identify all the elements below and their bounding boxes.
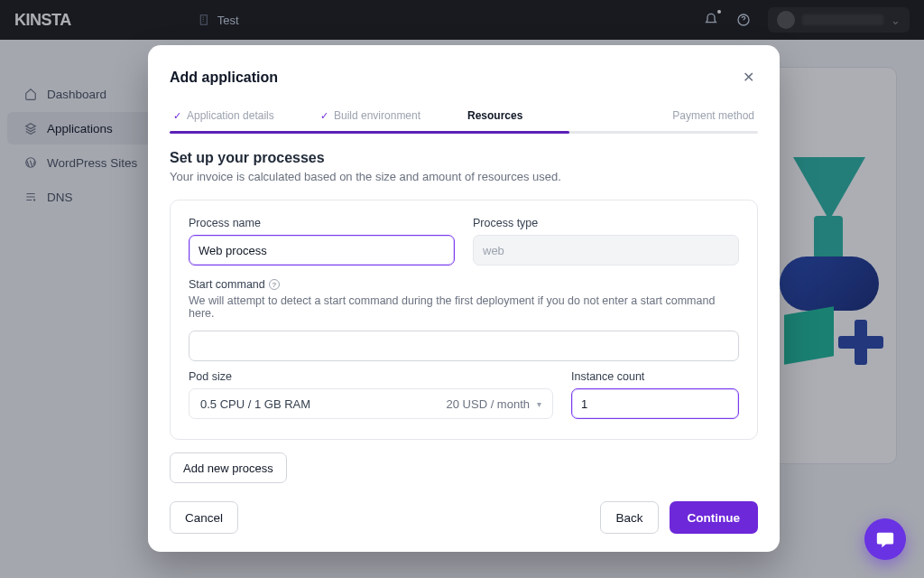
- back-button[interactable]: Back: [600, 501, 658, 534]
- progress-bar: [170, 131, 758, 134]
- start-command-label: Start command ?: [189, 278, 739, 291]
- check-icon: ✓: [320, 110, 328, 122]
- continue-button[interactable]: Continue: [670, 501, 759, 534]
- step-resources[interactable]: Resources: [464, 102, 611, 131]
- step-application-details[interactable]: ✓Application details: [170, 102, 317, 131]
- add-application-modal: Add application ✕ ✓Application details ✓…: [148, 45, 780, 552]
- pod-size-select[interactable]: 0.5 CPU / 1 GB RAM 20 USD / month▾: [189, 388, 553, 419]
- stepper: ✓Application details ✓Build environment …: [148, 102, 780, 131]
- pod-size-price: 20 USD / month: [447, 397, 531, 411]
- step-payment-method[interactable]: Payment method: [611, 102, 758, 131]
- instance-count-input[interactable]: [571, 388, 739, 419]
- start-command-input[interactable]: [189, 331, 739, 361]
- step-build-environment[interactable]: ✓Build environment: [317, 102, 464, 131]
- chat-icon: [875, 529, 895, 549]
- modal-title: Add application: [170, 70, 278, 86]
- add-new-process-button[interactable]: Add new process: [170, 452, 287, 483]
- pod-size-value: 0.5 CPU / 1 GB RAM: [200, 397, 310, 411]
- close-icon[interactable]: ✕: [739, 65, 758, 89]
- section-title: Set up your processes: [170, 150, 758, 166]
- process-name-input[interactable]: [189, 235, 455, 266]
- info-icon[interactable]: ?: [269, 279, 280, 290]
- instance-count-label: Instance count: [571, 370, 739, 383]
- start-command-note: We will attempt to detect a start comman…: [189, 294, 739, 320]
- process-type-label: Process type: [473, 217, 739, 229]
- process-type-input: [473, 235, 739, 266]
- process-card: Process name Process type Start command …: [170, 200, 758, 440]
- chevron-down-icon: ▾: [537, 399, 541, 409]
- cancel-button[interactable]: Cancel: [170, 501, 238, 534]
- check-icon: ✓: [173, 110, 181, 122]
- process-name-label: Process name: [189, 217, 455, 229]
- chat-launcher[interactable]: [864, 518, 906, 560]
- section-subtitle: Your invoice is calculated based on the …: [170, 170, 758, 183]
- pod-size-label: Pod size: [189, 370, 553, 383]
